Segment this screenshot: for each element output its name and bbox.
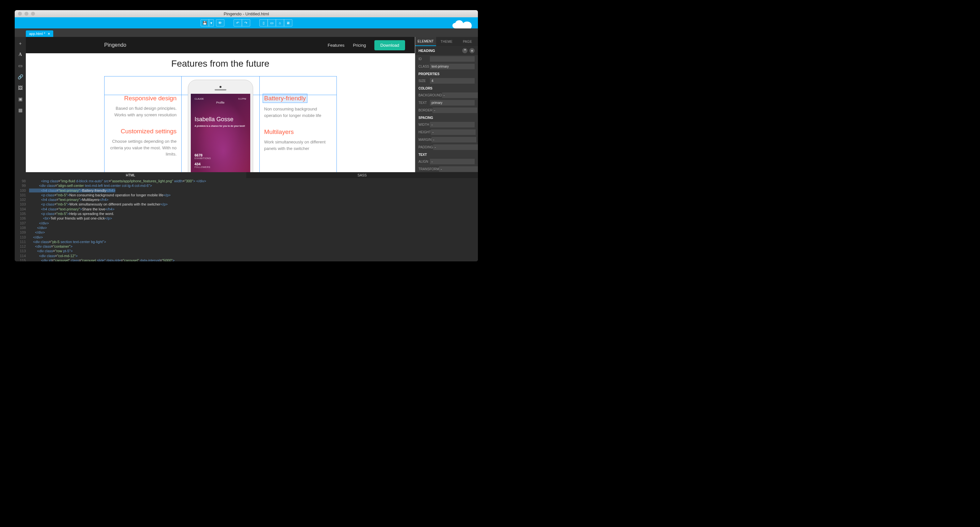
features-col-center: CLAUDE 5:17PM Profile Isabella Gosse A p… [181,76,260,172]
padding-input[interactable] [433,145,478,150]
left-sidebar: + A ▭ 🔗 🖼 ▣ ▦ [15,37,26,172]
spacing-header: SPACING [415,114,478,121]
traffic-lights [15,12,35,16]
code-tab-sass[interactable]: SASS [246,172,478,178]
viewport-desktop-button[interactable]: 🖥 [284,19,293,27]
add-icon[interactable]: + [18,41,23,46]
canvas-body: Features from the future Responsive desi… [26,53,415,172]
download-button[interactable]: Download [374,40,405,50]
design-canvas[interactable]: Pingendo Features Pricing Download Featu… [26,37,415,172]
bordercolor-input[interactable] [433,107,477,113]
stat-label: EXHIBITIONS [195,157,211,159]
feature-body[interactable]: Based on fluid design principles. Works … [109,105,177,118]
id-label: ID [418,57,430,61]
section-heading[interactable]: Features from the future [26,59,415,69]
link-tool-icon[interactable]: 🔗 [18,74,23,80]
middle-area: + A ▭ 🔗 🖼 ▣ ▦ Pingendo Features Pricing … [15,37,478,172]
align-input[interactable] [430,159,475,164]
size-input[interactable] [430,78,475,84]
width-label: WIDTH [418,123,430,126]
add-section-icon[interactable]: + [469,48,475,53]
margin-label: MARGIN [418,138,431,142]
phone-camera-icon [220,86,221,88]
transform-input[interactable] [439,166,478,172]
viewport-laptop-button[interactable]: ⌂ [276,19,284,27]
viewport-tablet-button[interactable]: ▭ [267,19,276,27]
save-dropdown-button[interactable]: ▾ [209,19,214,27]
feature-title-selected[interactable]: Battery-friendly [263,94,307,103]
features-col-right: Battery-friendly Non consuming backgroun… [260,76,336,172]
feature-body[interactable]: Choose settings depending on the criteri… [109,138,177,158]
feature-title[interactable]: Customized settings [109,128,177,135]
tab-theme[interactable]: THEME [436,37,457,46]
element-type-label: HEADING [418,49,435,53]
minimize-window-button[interactable] [24,12,29,16]
code-tab-html[interactable]: HTML [15,172,246,178]
zoom-window-button[interactable] [31,12,35,16]
textcolor-label: TEXT [418,101,430,105]
height-input[interactable] [431,129,476,135]
size-label: SIZE [418,79,430,83]
feature-title[interactable]: Multilayers [264,128,332,135]
close-window-button[interactable] [18,12,22,16]
phone-top [191,83,250,94]
tab-element[interactable]: ELEMENT [415,37,436,46]
stat-number: 434 [195,162,211,166]
tab-page[interactable]: PAGE [457,37,478,46]
padding-label: PADDING [418,145,433,149]
stat-number: 6678 [195,153,211,157]
phone-mockup: CLAUDE 5:17PM Profile Isabella Gosse A p… [188,80,253,172]
code-editor-tabs: HTML SASS [15,172,478,178]
save-button[interactable]: 💾 [200,19,209,27]
inspector-tabs: ELEMENT THEME PAGE [415,37,478,46]
main-toolbar: 💾 ▾ 👁 ↶ ↷ ▯ ▭ ⌂ 🖥 [15,18,478,29]
file-tab-row: app.html * × [15,29,478,37]
text-header: TEXT [415,151,478,158]
feature-body[interactable]: Work simultaneously on different panels … [264,139,332,151]
image-tool-icon[interactable]: 🖼 [18,85,23,91]
box-tool-icon[interactable]: ▭ [18,63,23,68]
feature-body[interactable]: Non consuming background operation for l… [264,106,332,119]
code-body[interactable]: 9899100101102103104105106107108109110111… [15,178,478,261]
app-window: Pingendo - Untitled.html 💾 ▾ 👁 ↶ ↷ ▯ ▭ ⌂… [15,10,478,261]
close-tab-icon[interactable]: × [48,32,50,36]
undo-button[interactable]: ↶ [234,19,242,27]
textcolor-input[interactable] [430,100,475,105]
transform-label: TRANSFORM [418,167,439,171]
phone-screen-title: Profile [195,101,246,104]
viewport-mobile-button[interactable]: ▯ [259,19,268,27]
nav-link[interactable]: Pricing [353,43,366,48]
class-input[interactable] [430,64,475,69]
width-input[interactable] [430,122,475,127]
colors-header: COLORS [415,84,478,91]
nav-link[interactable]: Features [328,43,344,48]
stat-label: FOLLOWERS [195,166,210,168]
phone-time: 5:17PM [238,98,246,100]
id-input[interactable] [430,56,475,62]
background-label: BACKGROUND [418,94,442,97]
code-editor: HTML SASS 989910010110210310410510610710… [15,172,478,261]
window-title: Pingendo - Untitled.html [15,11,478,16]
grid-tool-icon[interactable]: ▦ [18,107,23,113]
code-lines[interactable]: <img class="img-fluid d-block mx-auto" s… [29,179,478,261]
redo-button[interactable]: ↷ [242,19,250,27]
feature-title[interactable]: Responsive design [109,95,177,102]
site-brand[interactable]: Pingendo [36,42,126,48]
inspector-panel: ELEMENT THEME PAGE HEADING ⌃ + ID CLASS … [415,37,478,172]
file-tab[interactable]: app.html * × [26,30,53,37]
component-tool-icon[interactable]: ▣ [18,96,23,102]
site-navlinks: Features Pricing Download [328,40,405,50]
background-input[interactable] [442,92,478,98]
phone-stats: 6678EXHIBITIONS 434FOLLOWERS [195,153,211,171]
class-label: CLASS [418,65,430,68]
logo-cloud-icon [452,20,478,29]
features-grid: Responsive design Based on fluid design … [104,76,337,172]
phone-profile-tagline: A problem is a chance for you to do your… [195,125,246,127]
titlebar: Pingendo - Untitled.html [15,10,478,18]
element-type-header: HEADING ⌃ + [415,46,478,55]
align-label: ALIGN [418,160,430,163]
preview-button[interactable]: 👁 [216,19,224,27]
text-tool-icon[interactable]: A [18,52,23,57]
collapse-icon[interactable]: ⌃ [462,48,468,53]
margin-input[interactable] [431,137,476,142]
